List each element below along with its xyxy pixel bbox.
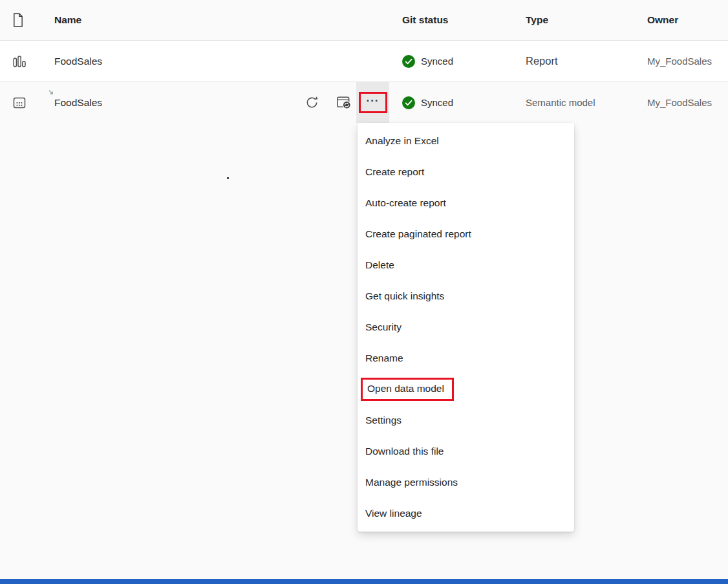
column-header-git-status[interactable]: Git status [402,0,448,40]
schedule-refresh-icon [336,94,352,111]
bottom-bar [0,579,728,584]
menu-item-get-quick-insights[interactable]: Get quick insights [358,281,574,312]
git-status-badge: Synced [402,55,453,68]
menu-item-open-data-model[interactable]: Open data model [358,374,574,405]
more-options-button[interactable]: ··· [359,92,387,113]
menu-item-manage-permissions[interactable]: Manage permissions [358,467,574,498]
column-header-type[interactable]: Type [526,0,548,40]
more-options-cell: ··· [356,82,389,123]
column-header-owner[interactable]: Owner [647,0,678,40]
semantic-model-icon [12,82,27,123]
menu-item-view-lineage[interactable]: View lineage [358,498,574,529]
column-header-name[interactable]: Name [54,0,81,40]
schedule-refresh-button[interactable] [334,82,353,123]
report-icon [12,41,27,81]
synced-check-icon [402,55,415,68]
context-menu: Analyze in Excel Create report Auto-crea… [358,123,574,532]
document-icon [12,12,24,28]
item-type-column-icon [12,0,24,40]
git-status-text: Synced [421,97,453,108]
table-row[interactable]: FoodSales Synced Report My_FoodSales [0,41,728,82]
item-owner: My_FoodSales [647,41,712,81]
menu-item-create-report[interactable]: Create report [358,157,574,188]
item-name[interactable]: FoodSales [54,41,102,81]
menu-item-settings[interactable]: Settings [358,405,574,436]
item-owner: My_FoodSales [647,82,712,123]
menu-item-security[interactable]: Security [358,312,574,343]
annotation-highlight-box: Open data model [361,378,454,401]
refresh-icon [305,95,319,110]
git-status-badge: Synced [402,96,453,109]
table-header: Name Git status Type Owner [0,0,728,41]
menu-item-create-paginated-report[interactable]: Create paginated report [358,219,574,250]
item-type: Report [526,41,558,81]
menu-item-rename[interactable]: Rename [358,343,574,374]
synced-check-icon [402,96,415,109]
table-row[interactable]: FoodSales ··· Synced [0,82,728,123]
menu-item-auto-create-report[interactable]: Auto-create report [358,188,574,219]
stray-dot [227,177,229,179]
menu-item-delete[interactable]: Delete [358,250,574,281]
menu-item-download-this-file[interactable]: Download this file [358,436,574,467]
item-type: Semantic model [526,82,595,123]
refresh-button[interactable] [303,82,321,123]
git-status-text: Synced [421,56,453,67]
menu-item-analyze-in-excel[interactable]: Analyze in Excel [358,125,574,157]
item-name[interactable]: FoodSales [54,82,102,123]
